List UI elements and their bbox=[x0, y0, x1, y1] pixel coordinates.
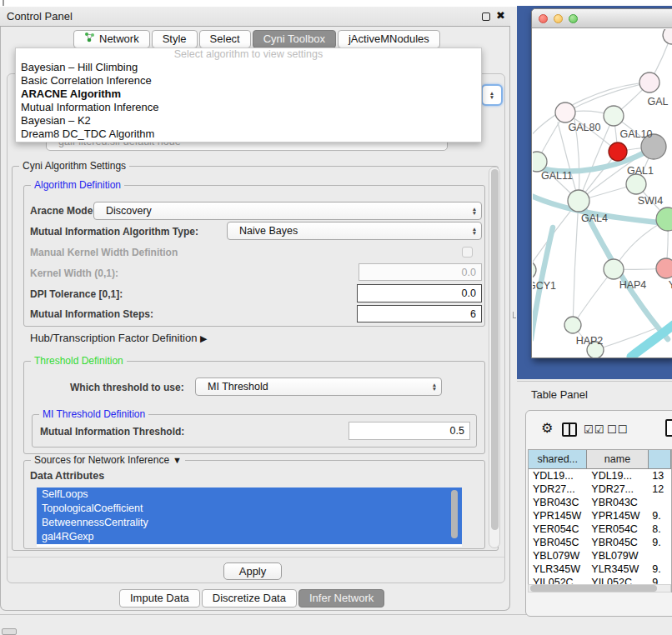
sources-title-wrap[interactable]: Sources for Network Inference▼ bbox=[31, 454, 185, 466]
mi-threshold-title: MI Threshold Definition bbox=[39, 408, 148, 420]
node-label: HAP4 bbox=[619, 279, 647, 291]
tab-infer-network[interactable]: Infer Network bbox=[298, 589, 384, 608]
inference-algorithm-combo-fragment[interactable]: ▲▼ bbox=[481, 84, 503, 106]
control-panel-title: Control Panel bbox=[7, 10, 73, 22]
aracne-mode-combo[interactable]: Discovery ▲▼ bbox=[93, 202, 482, 220]
manual-kernel-width-label: Manual Kernel Width Definition bbox=[30, 247, 178, 258]
gear-icon[interactable]: ⚙ bbox=[541, 420, 553, 436]
network-node-gal80[interactable] bbox=[555, 102, 575, 122]
attribute-item[interactable]: BetweennessCentrality bbox=[37, 516, 462, 530]
table-cell: YDR27... bbox=[529, 482, 587, 496]
table-row[interactable]: YBR045CYBR045C9. bbox=[529, 536, 671, 549]
network-edge bbox=[583, 206, 668, 339]
network-canvas[interactable]: GALGAL80GAL10GAL1GAL11SWI4GAL4GCY1HAP4YH… bbox=[533, 29, 672, 358]
column-header-name[interactable]: name bbox=[587, 450, 648, 468]
tab-impute-data[interactable]: Impute Data bbox=[119, 589, 200, 608]
attribute-item[interactable]: SelfLoops bbox=[37, 488, 462, 502]
kernel-width-label: Kernel Width (0,1): bbox=[30, 268, 118, 279]
panel-splitter-handle[interactable] bbox=[513, 312, 516, 318]
network-node-swi4[interactable] bbox=[626, 174, 646, 194]
which-threshold-combo[interactable]: MI Threshold ▲▼ bbox=[195, 378, 442, 396]
kernel-width-field[interactable]: 0.0 bbox=[359, 263, 482, 281]
network-window-titlebar[interactable] bbox=[532, 9, 672, 28]
tab-cyni-toolbox[interactable]: Cyni Toolbox bbox=[253, 30, 336, 48]
settings-scrollbar-track[interactable] bbox=[489, 167, 500, 548]
export-table-icon[interactable] bbox=[665, 419, 672, 437]
cyni-settings-title: Cyni Algorithm Settings bbox=[19, 160, 129, 172]
network-node-gal1[interactable] bbox=[609, 142, 627, 161]
table-cell: YLR345W bbox=[529, 562, 587, 576]
deselect-all-rows-icon[interactable]: ☐☐ bbox=[607, 423, 628, 436]
tab-style[interactable]: Style bbox=[152, 30, 198, 48]
column-header-shared[interactable]: shared... bbox=[529, 450, 587, 468]
algorithm-option[interactable]: Bayesian – K2 bbox=[16, 114, 481, 128]
table-cell: YBL079W bbox=[529, 549, 587, 562]
tab-jactivemnodules[interactable]: jActiveMNodules bbox=[338, 30, 440, 48]
tab-select[interactable]: Select bbox=[199, 30, 251, 48]
which-threshold-label: Which threshold to use: bbox=[70, 382, 184, 393]
network-node-y[interactable] bbox=[656, 258, 672, 278]
sources-title: Sources for Network Inference bbox=[34, 454, 169, 466]
stepper-arrows-icon: ▲▼ bbox=[468, 227, 481, 235]
show-columns-icon[interactable] bbox=[562, 422, 577, 437]
mi-threshold-label: Mutual Information Threshold: bbox=[40, 426, 184, 438]
attribute-item[interactable]: TopologicalCoefficient bbox=[37, 502, 462, 516]
attribute-item[interactable]: gal4RGexp bbox=[37, 530, 462, 544]
network-node-gal11[interactable] bbox=[533, 152, 547, 172]
data-attributes-list[interactable]: SelfLoopsTopologicalCoefficientBetweenne… bbox=[37, 488, 462, 547]
table-row[interactable]: YDR27...YDR27...12 bbox=[529, 482, 671, 496]
tab-label: Network bbox=[99, 31, 139, 48]
data-attributes-label: Data Attributes bbox=[30, 470, 104, 482]
select-all-rows-icon[interactable]: ☑☑ bbox=[584, 423, 604, 436]
hub-definition-expander[interactable]: Hub/Transcription Factor Definition ▶ bbox=[30, 332, 207, 344]
close-traffic-light-icon[interactable] bbox=[539, 14, 548, 23]
minimize-traffic-light-icon[interactable] bbox=[554, 14, 563, 23]
node-label: GAL80 bbox=[569, 122, 601, 133]
algorithm-option[interactable]: Mutual Information Inference bbox=[16, 101, 481, 114]
network-node-gal[interactable] bbox=[639, 72, 659, 92]
float-window-icon[interactable] bbox=[482, 12, 490, 21]
network-node-hap2[interactable] bbox=[564, 317, 581, 333]
table-row[interactable]: YER054CYER054C8. bbox=[529, 522, 671, 536]
table-hscrollbar-thumb[interactable] bbox=[530, 585, 657, 592]
table-row[interactable]: YBL079WYBL079W bbox=[529, 549, 671, 562]
tab-discretize-data[interactable]: Discretize Data bbox=[202, 589, 297, 608]
algorithm-option[interactable]: Dream8 DC_TDC Algorithm bbox=[16, 128, 481, 141]
column-header[interactable] bbox=[649, 450, 671, 468]
tab-label: jActiveMNodules bbox=[349, 31, 429, 48]
mi-algorithm-type-combo[interactable]: Naive Bayes ▲▼ bbox=[227, 222, 482, 240]
network-node[interactable] bbox=[656, 208, 672, 231]
network-node-gal4[interactable] bbox=[568, 190, 589, 212]
table-row[interactable]: YLR345WYLR345W9. bbox=[529, 562, 671, 576]
algorithm-option[interactable]: ARACNE Algorithm bbox=[16, 88, 481, 101]
zoom-traffic-light-icon[interactable] bbox=[569, 14, 578, 23]
mi-steps-field[interactable]: 6 bbox=[357, 305, 482, 322]
table-cell bbox=[648, 549, 671, 562]
network-node-gcy1[interactable] bbox=[533, 261, 536, 279]
network-node[interactable] bbox=[663, 29, 672, 44]
dpi-tolerance-field[interactable]: 0.0 bbox=[357, 284, 482, 302]
algorithm-option[interactable]: Basic Correlation Inference bbox=[16, 74, 481, 88]
screen: Control Panel ✖ NetworkStyleSelectCyni T… bbox=[0, 0, 672, 635]
manual-kernel-width-checkbox[interactable] bbox=[462, 247, 473, 258]
tab-label: Select bbox=[210, 31, 240, 48]
settings-scrollbar-thumb[interactable] bbox=[491, 169, 499, 530]
algorithm-dropdown-popup: Select algorithm to view settings Bayesi… bbox=[15, 48, 482, 142]
top-tick bbox=[3, 0, 4, 6]
apply-button[interactable]: Apply bbox=[223, 562, 282, 580]
node-label: Y bbox=[669, 279, 672, 291]
network-node-hap4[interactable] bbox=[604, 259, 624, 279]
tab-network[interactable]: Network bbox=[73, 30, 150, 48]
corner-button[interactable] bbox=[2, 628, 17, 635]
mi-threshold-field[interactable]: 0.5 bbox=[349, 422, 470, 440]
node-label: GCY1 bbox=[533, 280, 556, 292]
table-row[interactable]: YBR043CYBR043C bbox=[529, 496, 671, 509]
algorithm-option[interactable]: Bayesian – Hill Climbing bbox=[16, 61, 481, 74]
tab-label: Style bbox=[163, 31, 187, 48]
table-row[interactable]: YDL19...YDL19...13 bbox=[529, 469, 671, 482]
attributes-scrollbar-thumb[interactable] bbox=[451, 490, 458, 538]
close-icon[interactable]: ✖ bbox=[496, 9, 505, 22]
table-row[interactable]: YPR145WYPR145W9. bbox=[529, 509, 671, 522]
network-node-gal10[interactable] bbox=[604, 106, 624, 126]
node-label: HAP2 bbox=[576, 335, 604, 347]
